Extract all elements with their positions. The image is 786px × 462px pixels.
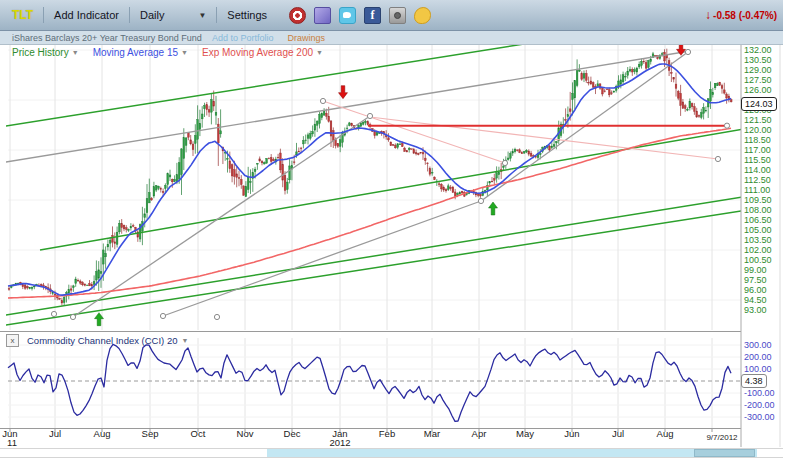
- cci-panel-header: x Commodity Channel Index (CCI) 20 ▼: [6, 334, 188, 347]
- svg-text:300.00: 300.00: [744, 340, 772, 350]
- svg-text:Nov: Nov: [237, 428, 254, 439]
- period-dropdown-value: Daily: [140, 9, 164, 21]
- toolbar-icons: f: [285, 7, 435, 24]
- scrollbar-thumb[interactable]: [694, 449, 755, 457]
- twitter-bird-shape: [343, 12, 351, 18]
- cube-icon[interactable]: [314, 7, 331, 24]
- add-indicator-button[interactable]: Add Indicator: [54, 9, 119, 21]
- scrollbar-range: [267, 449, 757, 457]
- bird-icon[interactable]: [414, 7, 431, 24]
- svg-text:96.00: 96.00: [744, 285, 767, 295]
- camera-lens-shape: [394, 12, 401, 19]
- clock-icon[interactable]: [289, 7, 306, 24]
- svg-text:109.50: 109.50: [744, 195, 772, 205]
- settings-button[interactable]: Settings: [227, 9, 267, 21]
- svg-text:105.00: 105.00: [744, 225, 772, 235]
- subheader: iShares Barclays 20+ Year Treasury Bond …: [0, 31, 783, 45]
- cci-title-dropdown[interactable]: Commodity Channel Index (CCI) 20: [27, 335, 177, 346]
- svg-text:100.50: 100.50: [744, 255, 772, 265]
- svg-text:120.00: 120.00: [744, 125, 772, 135]
- toolbar-divider: [129, 7, 130, 23]
- camera-icon[interactable]: [389, 7, 406, 24]
- svg-text:Jul: Jul: [612, 428, 624, 439]
- axis-labels: 132.00130.50129.00127.50126.00124.50123.…: [2, 45, 774, 448]
- moving-average-label: Moving Average 15: [93, 47, 178, 58]
- fund-name-label: iShares Barclays 20+ Year Treasury Bond …: [12, 33, 202, 43]
- svg-text:Oct: Oct: [191, 428, 206, 439]
- svg-text:94.50: 94.50: [744, 295, 767, 305]
- svg-text:129.00: 129.00: [744, 65, 772, 75]
- chevron-down-icon: ▼: [198, 11, 206, 20]
- svg-text:-300.00: -300.00: [744, 412, 775, 422]
- exp-moving-average-label: Exp Moving Average 200: [202, 47, 313, 58]
- moving-average-dropdown[interactable]: Moving Average 15 ▼: [93, 47, 188, 58]
- svg-text:111.00: 111.00: [744, 185, 770, 195]
- charting-app-window: TLT Add Indicator Daily ▼ Settings f ↓ -…: [0, 0, 786, 462]
- toolbar-divider: [43, 7, 44, 23]
- svg-text:200.00: 200.00: [744, 352, 772, 362]
- quote-change: ↓ -0.58 (-0.47%): [705, 8, 777, 22]
- price-history-dropdown[interactable]: Price History ▼: [12, 47, 79, 58]
- svg-text:121.50: 121.50: [744, 115, 772, 125]
- svg-text:-200.00: -200.00: [744, 400, 775, 410]
- svg-text:97.50: 97.50: [744, 275, 767, 285]
- down-arrow-icon: ↓: [705, 8, 711, 22]
- chart-canvas[interactable]: 132.00130.50129.00127.50126.00124.50123.…: [0, 0, 786, 462]
- svg-text:9/7/2012: 9/7/2012: [706, 433, 738, 442]
- svg-text:Jun: Jun: [564, 428, 579, 439]
- chevron-down-icon: ▼: [72, 49, 79, 56]
- svg-text:93.00: 93.00: [744, 305, 767, 315]
- svg-text:Sep: Sep: [142, 428, 159, 439]
- exp-moving-average-dropdown[interactable]: Exp Moving Average 200 ▼: [202, 47, 323, 58]
- chevron-down-icon: ▼: [316, 49, 323, 56]
- price-history-label: Price History: [12, 47, 69, 58]
- svg-text:-100.00: -100.00: [744, 388, 775, 398]
- svg-text:99.00: 99.00: [744, 265, 767, 275]
- svg-text:106.50: 106.50: [744, 215, 772, 225]
- svg-text:Apr: Apr: [472, 428, 487, 439]
- svg-text:Jul: Jul: [49, 428, 61, 439]
- svg-text:103.50: 103.50: [744, 235, 772, 245]
- toolbar-divider: [216, 7, 217, 23]
- svg-text:114.00: 114.00: [744, 165, 771, 175]
- svg-text:100.00: 100.00: [744, 364, 772, 374]
- svg-text:112.50: 112.50: [744, 175, 771, 185]
- symbol-label[interactable]: TLT: [12, 8, 33, 22]
- candles: [8, 49, 732, 306]
- drawing-handles[interactable]: [51, 42, 729, 325]
- svg-text:132.00: 132.00: [744, 45, 772, 55]
- svg-text:May: May: [516, 428, 534, 439]
- twitter-icon[interactable]: [339, 7, 356, 24]
- facebook-icon[interactable]: f: [364, 7, 381, 24]
- svg-text:Feb: Feb: [379, 428, 395, 439]
- drawings-link[interactable]: Drawings: [287, 33, 325, 43]
- change-value: -0.58 (-0.47%): [713, 10, 777, 21]
- chart-legend: Price History ▼ Moving Average 15 ▼ Exp …: [12, 47, 337, 58]
- trendlines[interactable]: [0, 38, 786, 326]
- svg-text:118.50: 118.50: [744, 135, 771, 145]
- svg-text:130.50: 130.50: [744, 55, 772, 65]
- cci-line: [8, 344, 731, 421]
- close-icon[interactable]: x: [6, 334, 19, 347]
- buy-arrow-icon: [489, 202, 498, 215]
- svg-text:Aug: Aug: [94, 428, 111, 439]
- svg-text:115.50: 115.50: [744, 155, 771, 165]
- chevron-down-icon: ▼: [181, 337, 188, 344]
- last-price-tag: 124.03: [741, 97, 777, 111]
- svg-text:108.00: 108.00: [744, 205, 772, 215]
- svg-text:Mar: Mar: [424, 428, 440, 439]
- cci-value-tag: 4.38: [741, 374, 767, 388]
- toolbar: TLT Add Indicator Daily ▼ Settings f ↓ -…: [0, 0, 783, 31]
- period-dropdown[interactable]: Daily ▼: [140, 9, 206, 21]
- svg-text:11: 11: [7, 437, 17, 448]
- svg-text:Dec: Dec: [284, 428, 301, 439]
- svg-text:127.50: 127.50: [744, 75, 772, 85]
- add-to-portfolio-link[interactable]: Add to Portfolio: [212, 33, 274, 43]
- svg-text:117.00: 117.00: [744, 145, 771, 155]
- svg-text:Aug: Aug: [657, 428, 674, 439]
- time-scrollbar[interactable]: [0, 448, 783, 458]
- svg-text:2012: 2012: [329, 437, 350, 448]
- svg-text:102.00: 102.00: [744, 245, 772, 255]
- svg-text:126.00: 126.00: [744, 85, 772, 95]
- chevron-down-icon: ▼: [181, 49, 188, 56]
